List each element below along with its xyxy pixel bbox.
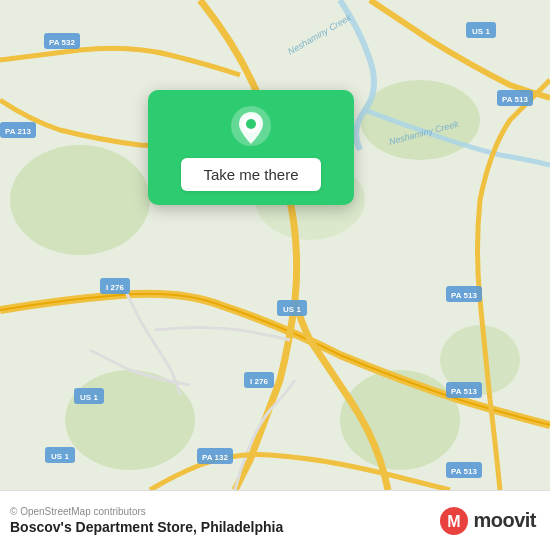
location-popup: Take me there [148, 90, 354, 205]
svg-text:PA 513: PA 513 [502, 95, 528, 104]
svg-text:US 1: US 1 [472, 27, 490, 36]
map-background: PA 532 PA 213 US 1 PA 513 US 1 I 276 I 2… [0, 0, 550, 490]
svg-text:US 1: US 1 [51, 452, 69, 461]
svg-text:I 276: I 276 [250, 377, 268, 386]
moovit-logo: M moovit [439, 506, 536, 536]
take-me-there-button[interactable]: Take me there [181, 158, 320, 191]
moovit-text: moovit [473, 509, 536, 532]
svg-point-37 [246, 119, 256, 129]
svg-text:US 1: US 1 [80, 393, 98, 402]
bottom-info: © OpenStreetMap contributors Boscov's De… [10, 506, 283, 535]
bottom-bar: © OpenStreetMap contributors Boscov's De… [0, 490, 550, 550]
svg-text:US 1: US 1 [283, 305, 301, 314]
svg-text:PA 132: PA 132 [202, 453, 228, 462]
svg-text:PA 513: PA 513 [451, 291, 477, 300]
svg-point-4 [340, 370, 460, 470]
location-name: Boscov's Department Store, Philadelphia [10, 519, 283, 535]
svg-text:PA 513: PA 513 [451, 387, 477, 396]
svg-text:PA 532: PA 532 [49, 38, 75, 47]
svg-text:PA 513: PA 513 [451, 467, 477, 476]
location-pin-icon [229, 104, 273, 148]
map-attribution: © OpenStreetMap contributors [10, 506, 283, 517]
map-container: PA 532 PA 213 US 1 PA 513 US 1 I 276 I 2… [0, 0, 550, 490]
moovit-icon: M [439, 506, 469, 536]
svg-text:M: M [448, 513, 461, 530]
svg-text:PA 213: PA 213 [5, 127, 31, 136]
svg-point-2 [360, 80, 480, 160]
svg-point-1 [10, 145, 150, 255]
svg-text:I 276: I 276 [106, 283, 124, 292]
